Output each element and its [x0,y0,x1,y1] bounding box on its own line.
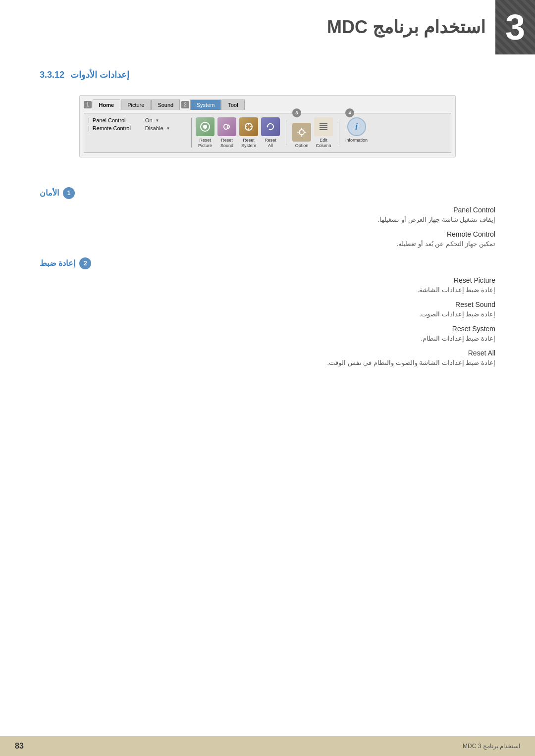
section-1-badge: 1 [63,187,75,199]
svg-point-1 [203,125,207,129]
section-1-title: الأمان [40,188,59,198]
tool-panel-wrapper: 1 Home Picture Sound 2 System Tool | Pan… [40,95,495,157]
remote-control-row: | Remote Control Disable ▼ [88,125,187,131]
chapter-title: استخدام برنامج MDC [327,17,485,38]
reset-all-title: Reset All [40,349,495,357]
section-number: 3.3.12 [40,70,64,80]
reset-picture-btn[interactable]: ResetPicture [196,117,214,149]
reset-all-label: ResetAll [265,138,276,149]
panel-control-title: Panel Control [40,206,495,214]
svg-rect-8 [320,127,327,128]
tool-panel: 1 Home Picture Sound 2 System Tool | Pan… [79,95,456,157]
reset-sound-btn[interactable]: ResetSound [217,117,236,149]
panel-control-value: On [145,117,153,123]
panel-control-label: Panel Control [93,117,142,123]
separator-3 [339,120,339,145]
svg-point-2 [224,124,228,129]
reset-sound-label: ResetSound [220,138,233,149]
badge3-area: 3 Option EditColumn [292,117,333,149]
option-label: Option [295,143,309,149]
badge4-area: 4 i Information [345,117,368,143]
reset-system-btn[interactable]: ResetSystem [239,117,258,149]
information-btn[interactable]: i Information [345,117,368,143]
remote-dropdown-arrow[interactable]: ▼ [166,126,170,131]
reset-sound-icon [217,117,236,136]
svg-rect-9 [320,129,327,130]
page-header: استخدام برنامج MDC 3 [0,0,535,54]
svg-rect-6 [320,123,327,124]
remote-control-value: Disable [145,125,163,131]
svg-point-5 [299,130,304,135]
separator-2 [286,120,286,145]
reset-all-icon [261,117,280,136]
reset-picture-desc: إعادة ضبط إعدادات الشاشة. [40,286,495,294]
reset-system-icon [239,117,258,136]
page-number: 83 [15,742,24,751]
reset-sound-title: Reset Sound [40,301,495,308]
svg-rect-7 [320,125,327,126]
tool-content: | Panel Control On ▼ | Remote Control Di… [84,113,451,153]
reset-picture-title: Reset Picture [40,276,495,284]
badge-4: 4 [345,108,354,117]
reset-picture-label: ResetPicture [198,138,212,149]
tab-home[interactable]: Home [93,100,121,110]
section-1-header: 1 الأمان [40,187,495,199]
section-2-title: إعادة ضبط [40,258,75,268]
reset-system-label: ResetSystem [241,138,256,149]
edit-column-btn[interactable]: EditColumn [314,117,333,149]
information-icon: i [347,117,366,136]
remote-control-title: Remote Control [40,230,495,238]
option-btn[interactable]: Option [292,123,311,149]
page-footer: 83 استخدام برنامج MDC 3 [0,736,535,756]
chapter-number-box: 3 [495,0,535,54]
remote-control-label: Remote Control [93,125,142,131]
remote-control-desc: تمكين جهاز التحكم عن بُعد أو تعطيله. [40,240,495,248]
panel-control-desc: إيقاف تشغيل شاشة جهاز العرض أو تشغيلها. [40,216,495,223]
tab-system[interactable]: System [190,100,221,110]
reset-system-desc: إعادة ضبط إعدادات النظام. [40,335,495,342]
tab-tool[interactable]: Tool [221,100,244,110]
svg-marker-4 [267,126,268,128]
panel-control-row: | Panel Control On ▼ [88,117,187,123]
chapter-number: 3 [505,7,525,48]
information-label: Information [345,138,368,143]
edit-column-icon [314,117,333,136]
section-2-header: 2 إعادة ضبط [40,257,495,269]
tab-sound[interactable]: Sound [151,100,180,110]
reset-all-desc: إعادة ضبط إعدادات الشاشة والصوت والنظام … [40,359,495,366]
badge-3: 3 [292,108,301,117]
option-icon [292,123,311,142]
reset-system-title: Reset System [40,325,495,333]
panel-dropdown-arrow[interactable]: ▼ [156,118,160,123]
tool-tabs: 1 Home Picture Sound 2 System Tool [84,100,451,110]
tool-buttons-reset: ResetPicture ResetSound ResetSystem [196,117,280,149]
reset-sound-desc: إعادة ضبط إعدادات الصوت. [40,310,495,318]
badge-2: 2 [181,101,189,108]
reset-picture-icon [196,117,214,136]
section-title-ar: إعدادات الأدوات [70,69,129,80]
tool-buttons-right: Option EditColumn [292,117,333,149]
content-area: 1 الأمان Panel Control إيقاف تشغيل شاشة … [0,167,535,381]
separator-1 [191,118,192,148]
left-controls: | Panel Control On ▼ | Remote Control Di… [88,117,187,131]
badge-1: 1 [84,101,92,108]
section-2-badge: 2 [79,257,91,269]
tab-picture[interactable]: Picture [121,100,151,110]
footer-text: استخدام برنامج MDC 3 [463,743,520,750]
edit-column-label: EditColumn [316,138,331,149]
reset-all-btn[interactable]: ResetAll [261,117,280,149]
section-heading: إعدادات الأدوات 3.3.12 [0,54,535,90]
